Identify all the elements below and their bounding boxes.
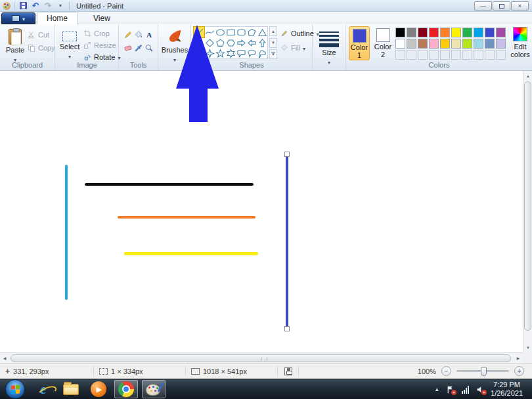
palette-swatch-empty[interactable] <box>451 50 461 60</box>
zoom-slider-thumb[interactable] <box>481 367 487 376</box>
shape-hexagon[interactable] <box>225 37 236 48</box>
shape-line[interactable] <box>194 27 204 37</box>
horizontal-scrollbar[interactable]: ◀ ▶ <box>0 352 523 363</box>
scroll-up-icon[interactable]: ▲ <box>523 71 532 81</box>
shape-right-triangle[interactable] <box>194 37 204 48</box>
shape-curve[interactable] <box>204 27 215 37</box>
taskbar-item-media-player[interactable]: ▶ <box>87 380 110 398</box>
color2-button[interactable]: Color 2 <box>372 26 393 60</box>
volume-icon[interactable]: × <box>476 385 485 394</box>
palette-swatch[interactable] <box>474 28 483 37</box>
taskbar-item-chrome[interactable] <box>114 380 138 398</box>
shape-arrow-up[interactable] <box>257 37 267 48</box>
scroll-down-icon[interactable]: ▼ <box>523 343 532 352</box>
palette-swatch[interactable] <box>440 39 450 49</box>
shape-triangle[interactable] <box>257 27 267 37</box>
palette-swatch-empty[interactable] <box>485 50 495 60</box>
minimize-button[interactable]: — <box>474 1 492 10</box>
redo-button[interactable]: ↷ <box>43 1 53 10</box>
magnifier-tool-button[interactable] <box>144 43 154 53</box>
action-center-icon[interactable]: × <box>445 385 454 394</box>
shape-star-5[interactable] <box>215 48 225 58</box>
palette-swatch[interactable] <box>462 28 472 37</box>
shape-ellipse[interactable] <box>215 27 225 37</box>
palette-swatch[interactable] <box>485 39 495 49</box>
resize-button[interactable]: Resize <box>83 40 120 51</box>
shapes-more-button[interactable]: ▼ <box>269 49 277 59</box>
palette-swatch[interactable] <box>418 39 428 49</box>
network-icon[interactable] <box>460 385 470 394</box>
application-menu-button[interactable] <box>1 12 35 24</box>
tab-view[interactable]: View <box>84 12 120 24</box>
palette-swatch[interactable] <box>451 28 461 37</box>
palette-swatch-empty[interactable] <box>429 50 439 60</box>
size-button[interactable]: Size <box>317 26 342 63</box>
brushes-button[interactable]: Brushes <box>161 26 188 63</box>
scroll-right-icon[interactable]: ▶ <box>514 353 523 364</box>
palette-swatch[interactable] <box>429 28 439 37</box>
palette-swatch-empty[interactable] <box>496 50 506 60</box>
crop-button[interactable]: Crop <box>83 28 120 39</box>
palette-swatch[interactable] <box>418 28 428 37</box>
drawing-canvas[interactable] <box>0 71 523 352</box>
shapes-scroll-down-button[interactable]: ▼ <box>269 38 277 48</box>
palette-swatch-empty[interactable] <box>440 50 450 60</box>
palette-swatch[interactable] <box>407 39 416 49</box>
line-endpoint-handle[interactable] <box>284 326 290 331</box>
copy-button[interactable]: Copy <box>28 43 55 53</box>
line-endpoint-handle[interactable] <box>284 152 290 157</box>
shape-callout-oval[interactable] <box>246 48 257 58</box>
select-button[interactable]: Select <box>58 26 81 63</box>
palette-swatch[interactable] <box>496 39 506 49</box>
restore-button[interactable] <box>493 1 510 10</box>
palette-swatch[interactable] <box>485 28 495 37</box>
shape-star-6[interactable] <box>225 48 236 58</box>
palette-swatch-empty[interactable] <box>462 50 472 60</box>
shape-arrow-right[interactable] <box>236 37 246 48</box>
color-picker-tool-button[interactable] <box>133 43 144 53</box>
palette-swatch-empty[interactable] <box>407 50 416 60</box>
color1-button[interactable]: Color 1 <box>349 26 370 60</box>
palette-swatch[interactable] <box>407 28 416 37</box>
taskbar-item-paint[interactable] <box>142 380 166 398</box>
shape-callout-rounded[interactable] <box>236 48 246 58</box>
vertical-scroll-thumb[interactable] <box>524 81 531 331</box>
palette-swatch[interactable] <box>462 39 472 49</box>
palette-swatch[interactable] <box>395 28 405 37</box>
palette-swatch-empty[interactable] <box>418 50 428 60</box>
palette-swatch[interactable] <box>440 28 450 37</box>
zoom-slider[interactable] <box>456 370 509 372</box>
taskbar-clock[interactable]: 7:29 PM 1/26/2021 <box>491 381 525 398</box>
fill-tool-button[interactable] <box>133 30 144 40</box>
undo-button[interactable]: ↶ <box>30 1 41 10</box>
shape-arrow-left[interactable] <box>246 37 257 48</box>
shape-rounded-rectangle[interactable] <box>236 27 246 37</box>
edit-colors-button[interactable]: Edit colors <box>509 27 531 58</box>
palette-swatch-empty[interactable] <box>395 50 405 60</box>
show-hidden-icons-button[interactable]: ▲ <box>434 387 439 392</box>
vertical-scrollbar[interactable]: ▲ ▼ <box>523 71 532 352</box>
shape-star-4[interactable] <box>204 48 215 58</box>
palette-swatch-empty[interactable] <box>474 50 483 60</box>
paste-button[interactable]: Paste <box>4 26 26 63</box>
text-tool-button[interactable]: A <box>144 30 154 40</box>
palette-swatch[interactable] <box>429 39 439 49</box>
paint-app-icon[interactable] <box>3 2 11 10</box>
save-button[interactable] <box>18 1 28 10</box>
customize-qat-button[interactable] <box>55 1 66 10</box>
eraser-tool-button[interactable] <box>123 43 133 53</box>
shape-pentagon[interactable] <box>215 37 225 48</box>
shape-callout-cloud[interactable] <box>257 48 267 58</box>
palette-swatch[interactable] <box>474 39 483 49</box>
palette-swatch[interactable] <box>496 28 506 37</box>
horizontal-scroll-thumb[interactable] <box>11 354 511 362</box>
palette-swatch[interactable] <box>451 39 461 49</box>
palette-swatch[interactable] <box>395 39 405 49</box>
tab-home[interactable]: Home <box>37 12 78 24</box>
taskbar-item-internet-explorer[interactable]: e <box>32 380 55 398</box>
cut-button[interactable]: Cut <box>28 30 55 40</box>
start-button[interactable] <box>5 379 25 399</box>
shape-arrow-down[interactable] <box>194 48 204 58</box>
scroll-left-icon[interactable]: ◀ <box>0 353 9 364</box>
shape-rectangle[interactable] <box>225 27 236 37</box>
